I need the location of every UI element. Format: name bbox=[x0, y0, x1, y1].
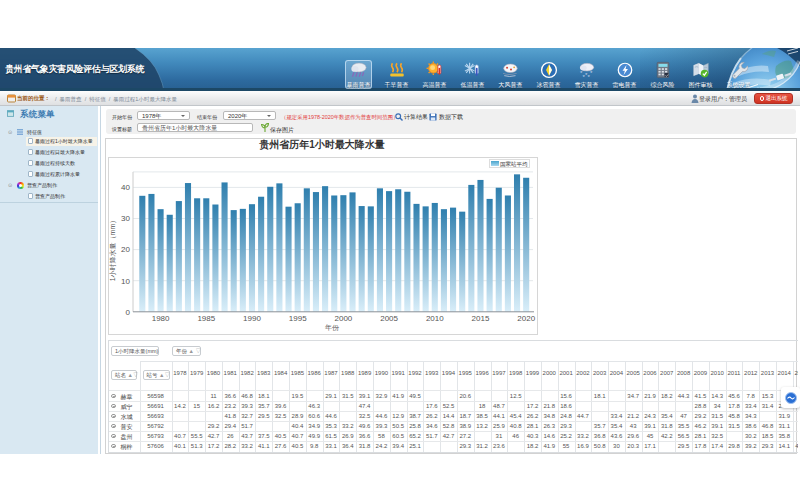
svg-text:*: * bbox=[589, 69, 592, 76]
svg-text:0: 0 bbox=[125, 307, 130, 316]
svg-text:40: 40 bbox=[121, 183, 130, 192]
svg-text:1980: 1980 bbox=[151, 313, 169, 322]
svg-text:1990: 1990 bbox=[243, 313, 261, 322]
svg-text:2010: 2010 bbox=[425, 313, 443, 322]
svg-text:10: 10 bbox=[121, 276, 130, 285]
svg-text:2000: 2000 bbox=[334, 313, 352, 322]
svg-text:2005: 2005 bbox=[380, 313, 398, 322]
svg-text:1985: 1985 bbox=[197, 313, 215, 322]
svg-text:20: 20 bbox=[121, 245, 130, 254]
svg-text:2015: 2015 bbox=[471, 313, 489, 322]
svg-text:2020: 2020 bbox=[517, 313, 535, 322]
svg-text:1995: 1995 bbox=[288, 313, 306, 322]
svg-text:30: 30 bbox=[121, 214, 130, 223]
